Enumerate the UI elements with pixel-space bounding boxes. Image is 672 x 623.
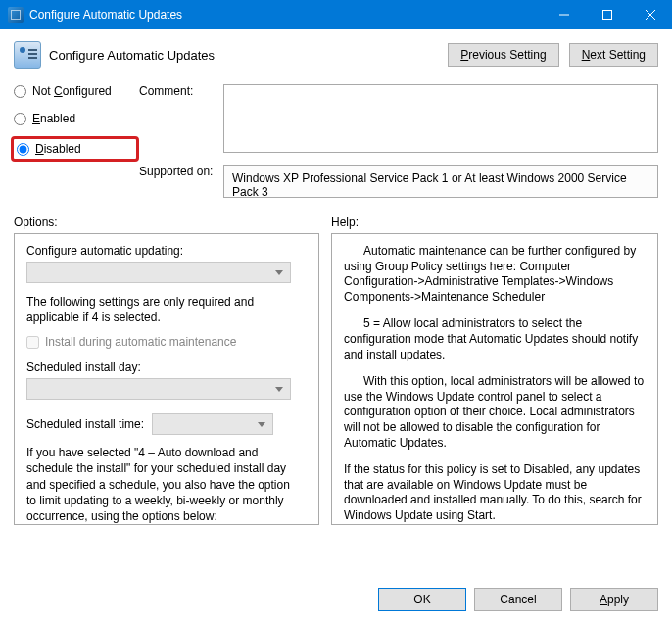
comment-textarea[interactable]: [223, 84, 658, 153]
install-during-maintenance-checkbox[interactable]: [26, 336, 39, 349]
page-title: Configure Automatic Updates: [49, 48, 440, 63]
radio-enabled-input[interactable]: [14, 113, 26, 125]
scheduled-day-combo-wrap: [26, 378, 291, 400]
help-p1: Automatic maintenance can be further con…: [344, 244, 646, 305]
titlebar: Configure Automatic Updates: [0, 0, 672, 29]
scheduled-time-label: Scheduled install time:: [26, 417, 144, 431]
app-icon: [8, 7, 24, 23]
supported-on-text: Windows XP Professional Service Pack 1 o…: [223, 165, 658, 198]
supported-label: Supported on:: [139, 165, 217, 178]
scheduled-time-row: Scheduled install time:: [26, 413, 305, 435]
radio-not-configured[interactable]: Not Configured: [14, 84, 133, 98]
footer-buttons: OK Cancel Apply: [0, 578, 672, 623]
radio-disabled[interactable]: Disabled: [17, 142, 130, 156]
configure-updating-combo-wrap: [26, 262, 291, 283]
install-during-maintenance-label: Install during automatic maintenance: [45, 335, 236, 349]
top-grid: Not Configured Enabled Disabled Comment:…: [14, 84, 658, 198]
comment-label: Comment:: [139, 84, 217, 98]
disabled-highlight: Disabled: [11, 136, 139, 162]
header-row: Configure Automatic Updates Previous Set…: [14, 41, 658, 69]
minimize-button[interactable]: [543, 0, 586, 29]
radio-not-configured-input[interactable]: [14, 85, 26, 98]
options-label: Options:: [14, 216, 319, 229]
maximize-button[interactable]: [586, 0, 629, 29]
scheduled-day-label: Scheduled install day:: [26, 360, 305, 374]
help-p2: 5 = Allow local administrators to select…: [344, 316, 646, 362]
lower-grid: Options: Configure automatic updating: T…: [14, 216, 658, 525]
scheduled-time-combo[interactable]: [152, 413, 273, 435]
options-note: The following settings are only required…: [26, 295, 281, 325]
state-radio-group: Not Configured Enabled Disabled: [14, 84, 133, 159]
help-label: Help:: [331, 216, 658, 229]
next-setting-button[interactable]: Next Setting: [569, 43, 658, 67]
cancel-button[interactable]: Cancel: [474, 588, 562, 611]
apply-button[interactable]: Apply: [570, 588, 658, 611]
help-p3: With this option, local administrators w…: [344, 374, 646, 451]
options-description: If you have selected "4 – Auto download …: [26, 445, 299, 524]
help-panel[interactable]: Automatic maintenance can be further con…: [331, 233, 658, 525]
window-title: Configure Automatic Updates: [29, 8, 543, 22]
scheduled-time-combo-wrap: [152, 413, 273, 435]
configure-updating-label: Configure automatic updating:: [26, 244, 305, 258]
options-panel[interactable]: Configure automatic updating: The follow…: [14, 233, 319, 525]
help-p4: If the status for this policy is set to …: [344, 462, 646, 523]
close-button[interactable]: [629, 0, 672, 29]
configure-updating-combo[interactable]: [26, 262, 291, 283]
previous-setting-button[interactable]: Previous Setting: [448, 43, 558, 67]
radio-enabled[interactable]: Enabled: [14, 112, 133, 125]
ok-button[interactable]: OK: [378, 588, 466, 611]
dialog-content: Configure Automatic Updates Previous Set…: [0, 29, 672, 525]
nav-buttons: Previous Setting Next Setting: [448, 43, 658, 67]
scheduled-day-combo[interactable]: [26, 378, 291, 400]
radio-disabled-input[interactable]: [17, 143, 29, 156]
install-during-maintenance-row[interactable]: Install during automatic maintenance: [26, 335, 305, 349]
policy-icon: [14, 41, 41, 69]
svg-rect-0: [603, 11, 612, 20]
